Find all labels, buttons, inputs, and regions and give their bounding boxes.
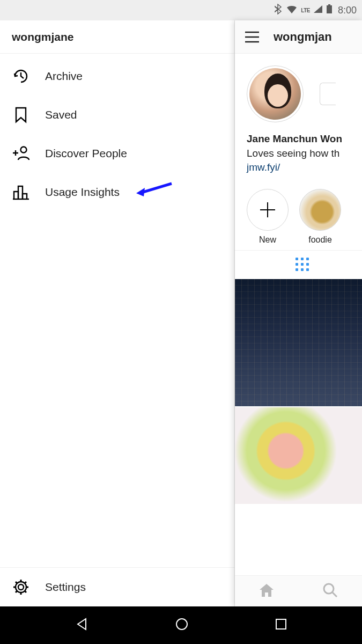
profile-tabs — [235, 250, 362, 279]
drawer-item-label: Saved — [45, 108, 77, 121]
drawer-item-usage-insights[interactable]: Usage Insights — [0, 173, 234, 211]
edit-profile-button[interactable] — [320, 83, 336, 105]
svg-rect-1 — [328, 4, 330, 5]
profile-header: wongmjan — [235, 20, 362, 54]
back-button[interactable] — [75, 617, 89, 633]
drawer-username: wongmjane — [12, 31, 74, 43]
gear-icon — [12, 578, 30, 596]
signal-icon — [313, 5, 323, 16]
svg-point-2 — [21, 147, 27, 153]
home-icon[interactable] — [258, 583, 275, 600]
bar-chart-icon — [12, 183, 30, 201]
profile-panel: wongmjan Jane Manchun Won Loves seeing h… — [235, 20, 362, 606]
svg-point-4 — [18, 584, 24, 590]
drawer-item-label: Discover People — [45, 147, 127, 160]
menu-icon[interactable] — [245, 31, 260, 43]
add-person-icon — [12, 144, 30, 163]
bluetooth-icon — [274, 4, 283, 17]
story-highlights: New foodie — [235, 175, 362, 250]
drawer-item-label: Archive — [45, 70, 83, 83]
drawer-item-settings[interactable]: Settings — [0, 568, 234, 606]
svg-rect-0 — [327, 5, 332, 13]
post-tile[interactable] — [235, 407, 362, 504]
wifi-icon — [286, 4, 298, 16]
posts-grid — [235, 279, 362, 504]
drawer-item-archive[interactable]: Archive — [0, 57, 234, 96]
profile-username: wongmjan — [274, 30, 332, 44]
archive-icon — [12, 67, 30, 85]
drawer-header: wongmjane — [0, 20, 234, 54]
post-tile[interactable] — [235, 279, 362, 406]
grid-tab-icon[interactable] — [295, 258, 309, 272]
status-bar: LTE 8:00 — [0, 0, 362, 20]
recent-apps-button[interactable] — [275, 618, 287, 632]
drawer-item-saved[interactable]: Saved — [0, 96, 234, 134]
bottom-nav — [235, 575, 362, 606]
lte-label: LTE — [301, 8, 310, 13]
highlight-foodie[interactable]: foodie — [299, 189, 341, 245]
home-button[interactable] — [175, 617, 189, 633]
svg-point-5 — [324, 584, 334, 594]
android-navbar — [0, 606, 362, 644]
profile-display-name: Jane Manchun Won — [247, 132, 362, 147]
drawer-item-label: Usage Insights — [45, 186, 120, 199]
avatar[interactable] — [247, 65, 304, 122]
highlight-new[interactable]: New — [247, 189, 289, 245]
status-time: 8:00 — [338, 5, 357, 16]
profile-link[interactable]: jmw.fyi/ — [247, 160, 362, 175]
profile-bio: Jane Manchun Won Loves seeing how th jmw… — [235, 122, 362, 175]
side-drawer: wongmjane Archive S — [0, 20, 235, 606]
profile-description: Loves seeing how th — [247, 147, 362, 161]
svg-rect-7 — [276, 619, 286, 629]
battery-icon — [326, 4, 333, 16]
svg-point-6 — [176, 619, 187, 630]
highlight-label: New — [259, 235, 276, 245]
search-icon[interactable] — [322, 582, 338, 601]
bookmark-icon — [12, 106, 30, 124]
drawer-item-label: Settings — [45, 581, 86, 594]
highlight-label: foodie — [308, 235, 332, 245]
drawer-item-discover-people[interactable]: Discover People — [0, 134, 234, 173]
